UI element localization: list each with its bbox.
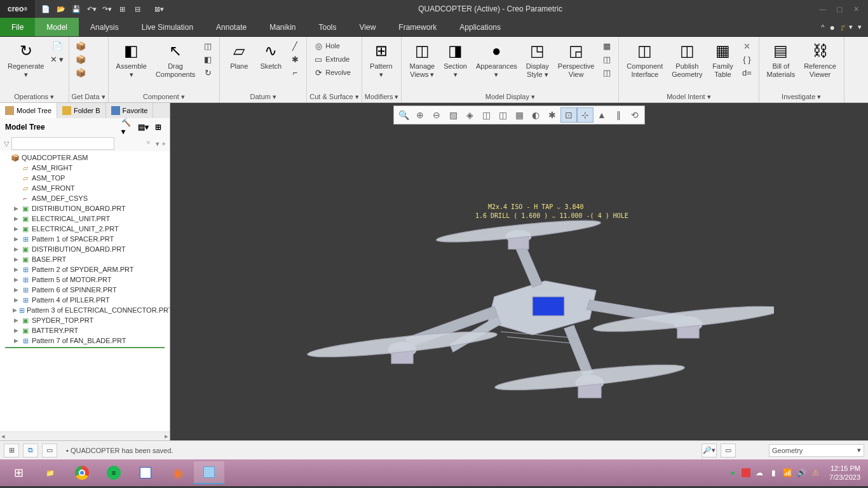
tree-item[interactable]: ▶⊞Pattern 4 of PILLER.PRT [0, 295, 170, 305]
ribbon-small-button[interactable]: { } [740, 53, 755, 65]
tray-battery-icon[interactable]: ▮ [768, 468, 778, 478]
tree-filter-input[interactable] [11, 137, 114, 150]
ribbon-group-label[interactable]: Investigate ▾ [762, 92, 841, 102]
tab-manikin[interactable]: Manikin [258, 18, 307, 36]
maximize-icon[interactable]: ▢ [834, 3, 845, 15]
expand-icon[interactable]: ▶ [13, 307, 17, 313]
expand-icon[interactable]: ▶ [13, 256, 19, 262]
blender-icon[interactable]: ◉ [162, 461, 193, 484]
spotify-icon[interactable]: ≡ [98, 461, 129, 484]
ribbon-small-button[interactable]: 📦 [73, 66, 88, 79]
expand-icon[interactable]: ▶ [13, 205, 19, 212]
spin-center-icon[interactable]: ◈ [461, 107, 478, 123]
clear-filter-icon[interactable]: × [146, 139, 150, 146]
csys-display-icon[interactable]: ✱ [544, 107, 560, 123]
expand-icon[interactable]: ▶ [13, 226, 19, 232]
extrude-button[interactable]: ▭Extrude [311, 53, 353, 65]
find-icon[interactable]: 🔎▾ [702, 444, 717, 458]
expand-icon[interactable]: ▶ [13, 266, 19, 273]
publish-button[interactable]: ◫Publish Geometry [668, 39, 706, 80]
ribbon-group-label[interactable]: Get Data ▾ [72, 92, 105, 102]
annotation-display-icon[interactable]: ⊡ [560, 107, 577, 123]
tray-warn-icon[interactable]: ⚠ [810, 468, 820, 478]
selection-filter[interactable]: Geometry▾ [769, 444, 864, 457]
expand-icon[interactable]: ▶ [13, 246, 19, 252]
pattern-button[interactable]: ⊞Pattern ▾ [366, 39, 397, 80]
ribbon-group-label[interactable]: Model Display ▾ [404, 92, 616, 102]
point-display-icon[interactable]: ⊹ [577, 107, 593, 123]
collapse-ribbon-icon[interactable]: ^ [821, 24, 824, 31]
regen-icon[interactable]: ⊞ [115, 2, 129, 16]
3d-viewport[interactable]: 🔍 ⊕ ⊖ ▨ ◈ ◫ ◫ ▦ ◐ ✱ ⊡ ⊹ ▲ ‖ ⟲ [170, 103, 868, 440]
tree-item[interactable]: ▱ASM_TOP [0, 173, 170, 183]
display-button[interactable]: ◳Display Style ▾ [522, 39, 553, 80]
tab-framework[interactable]: Framework [387, 18, 448, 36]
pause-icon[interactable]: ‖ [610, 107, 627, 123]
tab-file[interactable]: File [0, 18, 35, 36]
ribbon-small-button[interactable]: ✕ ▾ [50, 53, 65, 65]
tree-item[interactable]: ▶▣BATTERY.PRT [0, 325, 170, 336]
tree-item[interactable]: ▶⊞Pattern 5 of MOTOR.PRT [0, 274, 170, 285]
component-button[interactable]: ◫Component Interface [623, 39, 667, 80]
revolve-button[interactable]: ⟳Revolve [311, 66, 353, 79]
tray-volume-icon[interactable]: 🔊 [796, 468, 806, 478]
tab-analysis[interactable]: Analysis [79, 18, 130, 36]
zoom-out-icon[interactable]: ⊖ [428, 107, 445, 123]
redo-icon[interactable]: ↷▾ [100, 2, 114, 16]
filter-icon[interactable]: ▽ [4, 140, 9, 148]
ribbon-small-button[interactable]: ▦ [599, 39, 614, 52]
tree-item[interactable]: ▶▣SPYDER_TOP.PRT [0, 315, 170, 325]
sb-web-icon[interactable]: ▭ [42, 444, 57, 458]
sketch-button[interactable]: ∿Sketch [255, 39, 286, 72]
tray-spotify-icon[interactable]: ● [728, 468, 738, 478]
hole-button[interactable]: ◎Hole [311, 39, 353, 52]
tree-scrollbar[interactable]: ◂ ▸ [0, 431, 170, 440]
open-folder-icon[interactable]: 📂 [54, 2, 68, 16]
panel-tab-favorite[interactable]: Favorite [106, 103, 154, 118]
perspective-button[interactable]: ◲Perspective View [554, 39, 598, 80]
minimize-icon[interactable]: — [817, 3, 829, 15]
tree-options-icon[interactable]: ⊞ [152, 121, 165, 133]
undo-icon[interactable]: ↶▾ [85, 2, 98, 16]
appearances-button[interactable]: ●Appearances ▾ [472, 39, 521, 80]
ribbon-small-button[interactable]: d= [740, 66, 755, 79]
tab-model[interactable]: Model [35, 18, 79, 36]
tree-item[interactable]: ▶▣DISTRIBUTION_BOARD.PRT [0, 244, 170, 254]
ribbon-small-button[interactable]: ◫ [599, 53, 614, 65]
sb-filter-icon[interactable]: ▭ [721, 444, 736, 458]
chrome-icon[interactable] [67, 461, 97, 484]
tree-item[interactable]: ▱ASM_FRONT [0, 183, 170, 193]
windows-icon[interactable]: ⊟ [130, 2, 144, 16]
tree-item[interactable]: ▶⊞Pattern 1 of SPACER.PRT [0, 234, 170, 244]
ribbon-group-label[interactable]: Cut & Surface ▾ [309, 92, 359, 102]
sb-browser-icon[interactable]: ⧉ [23, 444, 38, 458]
panel-tab-folder-b[interactable]: Folder B [57, 103, 106, 118]
creo-taskbar-icon[interactable] [194, 461, 224, 484]
close-window-icon[interactable]: ⊠▾ [152, 2, 166, 16]
help-icon[interactable]: 🎓▾ [840, 23, 853, 31]
panel-tab-model-tree[interactable]: Model Tree [0, 103, 57, 118]
tree-insert-marker[interactable] [5, 347, 165, 348]
tree-item[interactable]: ▶▣BASE.PRT [0, 254, 170, 264]
sb-tree-icon[interactable]: ⊞ [4, 444, 19, 458]
regenerate-button[interactable]: ↻Regenerate ▾ [4, 39, 48, 80]
ribbon-small-button[interactable]: ◧ [200, 53, 215, 65]
expand-icon[interactable]: ▶ [13, 317, 19, 323]
tab-applications[interactable]: Applications [448, 18, 512, 36]
ribbon-group-label[interactable]: Model Intent ▾ [621, 92, 756, 102]
ribbon-small-button[interactable]: ◫ [200, 39, 215, 52]
tab-view[interactable]: View [348, 18, 388, 36]
ribbon-small-button[interactable]: ◫ [599, 66, 614, 79]
ribbon-small-button[interactable]: ⌐ [287, 66, 302, 79]
repaint-icon[interactable]: ▨ [445, 107, 461, 123]
ribbon-small-button[interactable]: ⤫ [740, 39, 755, 52]
ribbon-group-label[interactable]: Operations ▾ [3, 92, 66, 102]
zoom-in-icon[interactable]: ⊕ [412, 107, 428, 123]
tab-live-simulation[interactable]: Live Simulation [130, 18, 205, 36]
tab-annotate[interactable]: Annotate [205, 18, 258, 36]
family-button[interactable]: ▦Family Table [708, 39, 738, 80]
tree-item[interactable]: ▶▣ELECTRICAL_UNIT_2.PRT [0, 224, 170, 234]
settings-dropdown-icon[interactable]: ▾ [858, 23, 862, 31]
ribbon-small-button[interactable]: ╱ [287, 39, 302, 52]
new-file-icon[interactable]: 📄 [39, 2, 53, 16]
